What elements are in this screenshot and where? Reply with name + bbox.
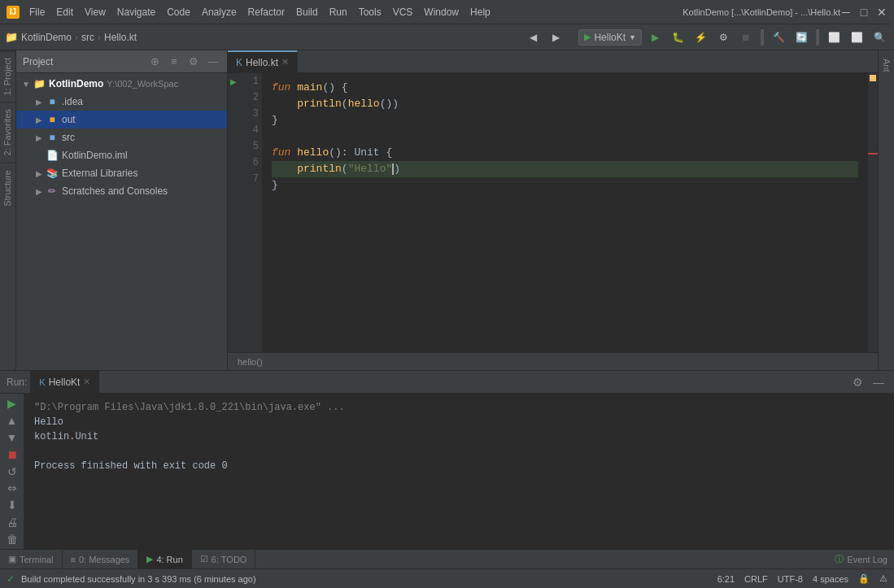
run-tab-close[interactable]: ✕ xyxy=(83,377,90,387)
editor-tab-hello[interactable]: K Hello.kt ✕ xyxy=(228,50,298,72)
method-indicator: hello() xyxy=(238,357,263,367)
tab-terminal[interactable]: ▣ Terminal xyxy=(0,550,63,569)
menu-file[interactable]: File xyxy=(24,5,50,20)
bottom-content: ▶ ▲ ▼ ⏹ ↺ ⇔ ⬇ 🖨 🗑 "D:\Program Files\Java… xyxy=(0,394,894,549)
code-editor[interactable]: ▶1 2 3 4 5 6 7 fun main() { println(hell… xyxy=(228,73,878,352)
project-settings-icon[interactable]: ⚙ xyxy=(186,54,201,69)
debug-button[interactable]: 🐛 xyxy=(668,28,687,47)
scratches-label: Scratches and Consoles xyxy=(62,185,168,197)
left-side-panel: 1: Project 2: Favorites Structure xyxy=(0,50,16,370)
run-clear-button[interactable]: 🗑 xyxy=(3,532,21,546)
run-scroll-down[interactable]: ▼ xyxy=(3,431,21,445)
run-settings-icon[interactable]: ⚙ xyxy=(848,373,866,391)
coverage-button[interactable]: ⚡ xyxy=(691,28,710,47)
menu-tools[interactable]: Tools xyxy=(354,5,386,20)
stop-button[interactable]: ⏹ xyxy=(736,28,756,47)
run-scrollend-button[interactable]: ⬇ xyxy=(3,499,21,512)
editor-tabs: K Hello.kt ✕ xyxy=(228,50,878,73)
project-add-icon[interactable]: ⊕ xyxy=(147,54,162,69)
tree-out-folder[interactable]: ▶ ■ out xyxy=(16,111,227,128)
indent[interactable]: 4 spaces xyxy=(813,574,848,584)
encoding[interactable]: UTF-8 xyxy=(778,574,803,584)
menu-code[interactable]: Code xyxy=(162,5,195,20)
menu-build[interactable]: Build xyxy=(291,5,323,20)
event-log-label[interactable]: Event Log xyxy=(847,555,887,564)
run-minimize-icon[interactable]: — xyxy=(870,373,887,391)
run-output: "D:\Program Files\Java\jdk1.8.0_221\bin\… xyxy=(24,394,894,549)
breadcrumb-file[interactable]: Hello.kt xyxy=(104,32,137,43)
run-hellokttab[interactable]: K HelloKt ✕ xyxy=(30,371,99,394)
menu-analyze[interactable]: Analyze xyxy=(197,5,242,20)
scratches-icon: ✏ xyxy=(46,185,59,198)
window-title: KotlinDemo [...\KotlinDemo] - ...\Hello.… xyxy=(682,7,840,17)
maximize-button[interactable]: □ xyxy=(858,7,870,18)
line-ending[interactable]: CRLF xyxy=(744,574,768,584)
src-folder-icon: ■ xyxy=(46,131,59,144)
tree-scratches[interactable]: ▶ ✏ Scratches and Consoles xyxy=(16,182,227,200)
menu-help[interactable]: Help xyxy=(465,5,495,20)
menu-view[interactable]: View xyxy=(80,5,111,20)
ext-libs-icon: 📚 xyxy=(46,167,59,180)
menu-vcs[interactable]: VCS xyxy=(388,5,418,20)
breadcrumb: 📁 KotlinDemo › src › Hello.kt xyxy=(5,31,137,43)
warnings-icon: ⚠ xyxy=(879,573,887,584)
messages-tab-icon: ≡ xyxy=(71,555,76,564)
favorites-tab[interactable]: 2: Favorites xyxy=(0,102,15,162)
tree-iml-file[interactable]: 📄 KotlinDemo.iml xyxy=(16,146,227,164)
ant-tab[interactable]: Ant xyxy=(880,54,893,77)
structure-tab[interactable]: Structure xyxy=(0,163,15,213)
ext-libs-expand-arrow[interactable]: ▶ xyxy=(33,167,46,180)
profile-button[interactable]: ⚙ xyxy=(713,28,733,47)
run-play-button[interactable]: ▶ xyxy=(3,397,21,411)
tab-run[interactable]: ▶ 4: Run xyxy=(138,550,191,569)
run-tab-icon: ▶ xyxy=(146,554,153,564)
breadcrumb-src[interactable]: src xyxy=(81,32,94,43)
run-print-button[interactable]: 🖨 xyxy=(3,515,21,529)
project-minimize-icon[interactable]: — xyxy=(206,54,220,69)
menu-run[interactable]: Run xyxy=(325,5,352,20)
tree-external-libs[interactable]: ▶ 📚 External Libraries xyxy=(16,164,227,182)
run-stop-button[interactable]: ⏹ xyxy=(3,447,21,461)
bottom-tabs-bar: ▣ Terminal ≡ 0: Messages ▶ 4: Run ☑ 6: T… xyxy=(0,549,894,568)
layout-button[interactable]: ⬜ xyxy=(824,28,844,47)
menu-navigate[interactable]: Navigate xyxy=(112,5,160,20)
run-label: Run: xyxy=(7,377,27,388)
run-rerun-button[interactable]: ↺ xyxy=(3,464,21,478)
back-button[interactable]: ◀ xyxy=(523,28,543,47)
run-button[interactable]: ▶ xyxy=(645,28,665,47)
build-button[interactable]: 🔨 xyxy=(769,28,788,47)
tab-messages[interactable]: ≡ 0: Messages xyxy=(63,550,139,569)
run-scroll-up[interactable]: ▲ xyxy=(3,414,21,428)
run-softwrap-button[interactable]: ⇔ xyxy=(3,481,21,495)
update-button[interactable]: 🔄 xyxy=(792,28,811,47)
idea-expand-arrow[interactable]: ▶ xyxy=(33,95,46,108)
project-panel-tab[interactable]: 1: Project xyxy=(0,50,15,102)
editor-tab-close[interactable]: ✕ xyxy=(281,57,289,68)
idea-folder-icon: ■ xyxy=(46,95,59,108)
close-button[interactable]: ✕ xyxy=(876,7,887,18)
tree-idea-folder[interactable]: ▶ ■ .idea xyxy=(16,93,227,111)
scratches-expand-arrow[interactable]: ▶ xyxy=(33,185,46,198)
breadcrumb-project[interactable]: KotlinDemo xyxy=(21,32,72,43)
tab-todo[interactable]: ☑ 6: TODO xyxy=(192,550,256,569)
run-toolbar: ▶ ▲ ▼ ⏹ ↺ ⇔ ⬇ 🖨 🗑 xyxy=(0,394,24,549)
menu-window[interactable]: Window xyxy=(419,5,464,20)
forward-button[interactable]: ▶ xyxy=(546,28,565,47)
root-expand-arrow[interactable]: ▼ xyxy=(20,77,33,90)
run-arrow-1[interactable]: ▶ xyxy=(228,77,239,86)
minimize-button[interactable]: ─ xyxy=(840,7,852,18)
menu-edit[interactable]: Edit xyxy=(51,5,78,20)
menu-refactor[interactable]: Refactor xyxy=(243,5,290,20)
project-sort-icon[interactable]: ≡ xyxy=(167,54,181,69)
terminal-tab-icon: ▣ xyxy=(8,554,16,564)
src-expand-arrow[interactable]: ▶ xyxy=(33,131,46,144)
run-output-line-4: Process finished with exit code 0 xyxy=(34,459,884,473)
tree-src-folder[interactable]: ▶ ■ src xyxy=(16,128,227,146)
code-content[interactable]: fun main() { println(hello()) } fun hell… xyxy=(262,73,868,352)
cursor-position[interactable]: 6:21 xyxy=(717,574,735,584)
layout2-button[interactable]: ⬜ xyxy=(847,28,866,47)
search-everywhere-button[interactable]: 🔍 xyxy=(870,28,889,47)
out-expand-arrow[interactable]: ▶ xyxy=(33,113,46,126)
run-config-selector[interactable]: ▶ HelloKt ▼ xyxy=(578,29,642,46)
tree-root[interactable]: ▼ 📁 KotlinDemo Y:\002_WorkSpac xyxy=(16,75,227,93)
